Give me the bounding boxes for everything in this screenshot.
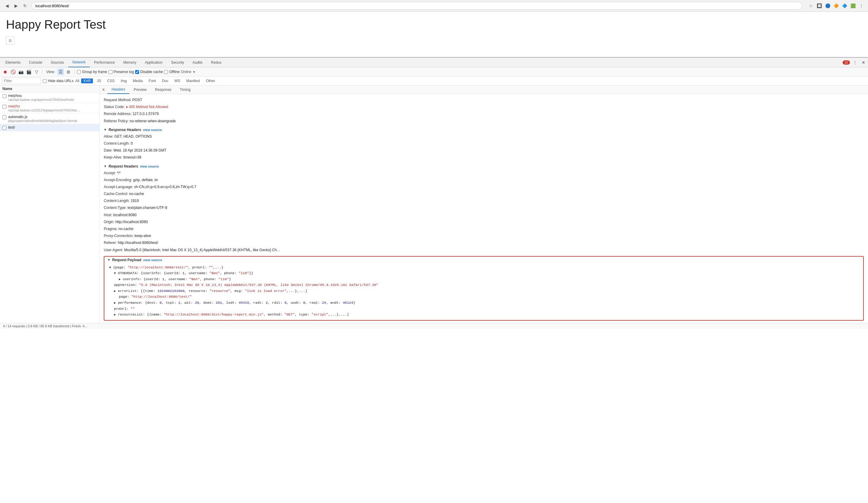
payload-expand-1[interactable]: ▼ bbox=[109, 266, 111, 269]
list-item[interactable]: meizho rap2api.taobao.o123123rg/app/mock… bbox=[0, 103, 99, 113]
group-by-frame-label[interactable]: Group by frame bbox=[77, 70, 107, 74]
payload-expand-9[interactable]: ▶ bbox=[114, 313, 116, 316]
tab-memory[interactable]: Memory bbox=[119, 58, 141, 67]
disable-cache-label[interactable]: Disable cache bbox=[135, 70, 163, 74]
proxy-connection-key: Proxy-Connection: bbox=[104, 234, 134, 238]
tab-network[interactable]: Network bbox=[68, 58, 90, 67]
details-tab-headers[interactable]: Headers bbox=[107, 85, 130, 94]
devtools-tab-end: 10 ⋮ ✕ bbox=[843, 59, 867, 66]
list-item[interactable]: automatic.js pkgccpejnmalmdinmhkkfafefag… bbox=[0, 113, 99, 124]
item-checkbox[interactable] bbox=[2, 105, 6, 109]
tab-application[interactable]: Application bbox=[141, 58, 167, 67]
view-label: View: bbox=[46, 70, 55, 74]
view-source-request-link[interactable]: view source bbox=[140, 164, 159, 168]
item-info: meizhou rap2api.taobao.org/app/mock/7042… bbox=[8, 93, 74, 101]
filter-js-btn[interactable]: JS bbox=[95, 79, 103, 83]
view-source-response-link[interactable]: view source bbox=[143, 128, 162, 132]
filter-other-btn[interactable]: Other bbox=[204, 79, 217, 83]
user-agent-key: User-Agent: bbox=[104, 248, 123, 252]
payload-expand-3[interactable]: ▶ bbox=[119, 278, 121, 281]
tab-redux[interactable]: Redux bbox=[207, 58, 226, 67]
menu-icon[interactable]: ⋮ bbox=[858, 2, 865, 9]
filter-img-btn[interactable]: Img bbox=[118, 79, 129, 83]
tab-audits[interactable]: Audits bbox=[188, 58, 207, 67]
request-method-key: Request Method: bbox=[104, 98, 131, 102]
clear-button[interactable]: 🚫 bbox=[10, 69, 16, 75]
network-toolbar: ⏺ 🚫 📷 🎬 ▽ View: ☰ ⊞ Group by frame Prese… bbox=[0, 67, 868, 77]
item-url: rap2api.taobao.org/app/mock/7042/test/ho… bbox=[8, 98, 74, 101]
tab-security[interactable]: Security bbox=[167, 58, 188, 67]
details-tab-preview[interactable]: Preview bbox=[130, 85, 151, 94]
preserve-log-label[interactable]: Preserve log bbox=[108, 70, 134, 74]
filter-manifest-btn[interactable]: Manifest bbox=[184, 79, 202, 83]
tab-sources[interactable]: Sources bbox=[46, 58, 68, 67]
back-button[interactable]: ◀ bbox=[3, 2, 11, 10]
filter-all-text[interactable]: All bbox=[75, 79, 79, 83]
item-checkbox[interactable] bbox=[2, 126, 6, 130]
item-checkbox[interactable] bbox=[2, 115, 6, 119]
ext-icon3[interactable]: 🔶 bbox=[833, 2, 840, 9]
preserve-log-text: Preserve log bbox=[114, 70, 134, 74]
online-selector[interactable]: Online ▼ bbox=[181, 70, 196, 74]
devtools-close-button[interactable]: ✕ bbox=[860, 59, 867, 66]
referer-val: http://localhost:8080/test/ bbox=[118, 241, 158, 245]
ext-icon4[interactable]: 🔷 bbox=[841, 2, 848, 9]
hide-data-urls-label[interactable]: Hide data URLs bbox=[43, 79, 74, 83]
payload-expand-5[interactable]: ▶ bbox=[114, 290, 116, 293]
filter-doc-btn[interactable]: Doc bbox=[160, 79, 170, 83]
response-headers-triangle[interactable]: ▼ bbox=[104, 128, 107, 131]
offline-label[interactable]: Offline bbox=[164, 70, 179, 74]
fetch-xhr-button[interactable]: 📷 bbox=[18, 69, 24, 75]
details-tab-timing[interactable]: Timing bbox=[176, 85, 195, 94]
allow-header-row: Allow: GET, HEAD, OPTIONS bbox=[104, 133, 864, 140]
address-bar[interactable] bbox=[31, 2, 802, 10]
tab-console[interactable]: Console bbox=[25, 58, 46, 67]
ext-icon5[interactable]: 🟩 bbox=[849, 2, 857, 9]
content-type-val: text/plain;charset=UTF-8 bbox=[127, 205, 167, 210]
offline-text: Offline bbox=[169, 70, 179, 74]
item-info: automatic.js pkgccpejnmalmdinmhkkfafefag… bbox=[8, 115, 77, 123]
reload-button[interactable]: ↻ bbox=[21, 2, 29, 10]
grid-view-button[interactable]: ⊞ bbox=[65, 69, 72, 75]
ext-icon1[interactable]: 🔲 bbox=[816, 2, 823, 9]
host-key: Host: bbox=[104, 213, 112, 217]
devtools-settings-button[interactable]: ⋮ bbox=[852, 59, 858, 66]
forward-button[interactable]: ▶ bbox=[12, 2, 20, 10]
payload-expand-2[interactable]: ▼ bbox=[114, 272, 116, 275]
filter-xhr-tag[interactable]: XHR bbox=[81, 79, 93, 83]
group-by-frame-checkbox[interactable] bbox=[77, 70, 81, 74]
origin-val: http://localhost:8080 bbox=[115, 220, 148, 224]
tab-performance[interactable]: Performance bbox=[90, 58, 119, 67]
filter-font-btn[interactable]: Font bbox=[147, 79, 158, 83]
item-checkbox[interactable] bbox=[2, 94, 6, 98]
view-source-payload-link[interactable]: view source bbox=[143, 258, 162, 262]
offline-checkbox[interactable] bbox=[164, 70, 168, 74]
record-button[interactable]: ⏺ bbox=[2, 69, 9, 75]
star-icon[interactable]: ☆ bbox=[807, 2, 814, 9]
keep-alive-key: Keep-Alive: bbox=[104, 155, 122, 159]
hide-data-urls-checkbox[interactable] bbox=[43, 79, 47, 83]
page-content: Happy Report Test 🖼 bbox=[0, 12, 868, 57]
devtools-body: Name meizhou rap2api.taobao.org/app/mock… bbox=[0, 85, 868, 323]
payload-triangle[interactable]: ▼ bbox=[107, 258, 110, 261]
request-headers-triangle[interactable]: ▼ bbox=[104, 164, 107, 168]
filter-ws-btn[interactable]: WS bbox=[172, 79, 182, 83]
list-item[interactable]: meizhou rap2api.taobao.org/app/mock/7042… bbox=[0, 92, 99, 103]
details-tab-response[interactable]: Response bbox=[151, 85, 176, 94]
status-code-row: Status Code: ● 405 Method Not Allowed bbox=[104, 103, 864, 111]
referrer-policy-val: no-referrer-when-downgrade bbox=[130, 119, 176, 123]
filter-css-btn[interactable]: CSS bbox=[105, 79, 117, 83]
filter-media-btn[interactable]: Media bbox=[131, 79, 145, 83]
filter-input[interactable] bbox=[2, 78, 41, 84]
filter-button[interactable]: ▽ bbox=[33, 69, 40, 75]
import-button[interactable]: 🎬 bbox=[25, 69, 32, 75]
response-headers-title: ▼ Response Headers view source bbox=[104, 128, 864, 132]
ext-icon2[interactable]: 🔵 bbox=[824, 2, 831, 9]
list-item-selected[interactable]: test/ bbox=[0, 124, 99, 131]
tab-elements[interactable]: Elements bbox=[1, 58, 25, 67]
close-details-button[interactable]: ✕ bbox=[100, 85, 107, 94]
preserve-log-checkbox[interactable] bbox=[108, 70, 113, 74]
list-view-button[interactable]: ☰ bbox=[57, 69, 64, 75]
disable-cache-checkbox[interactable] bbox=[135, 70, 139, 74]
payload-expand-7[interactable]: ▶ bbox=[114, 301, 116, 305]
